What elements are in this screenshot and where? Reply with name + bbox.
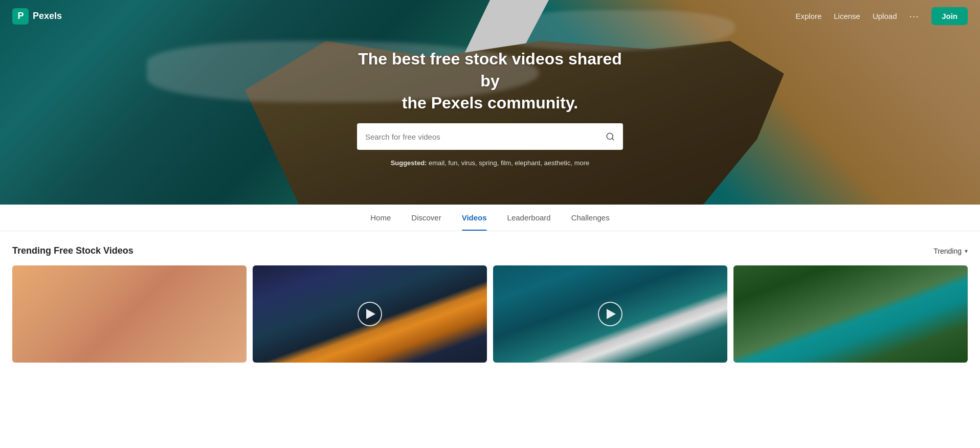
play-button[interactable] bbox=[358, 302, 382, 326]
tabs-bar: Home Discover Videos Leaderboard Challen… bbox=[0, 205, 980, 231]
logo-icon: P bbox=[12, 8, 29, 25]
trending-sort-button[interactable]: Trending ▾ bbox=[933, 247, 968, 255]
logo-link[interactable]: P Pexels bbox=[12, 8, 62, 25]
svg-line-1 bbox=[612, 139, 613, 140]
tab-videos[interactable]: Videos bbox=[462, 205, 487, 230]
suggested-terms[interactable]: email, fun, virus, spring, film, elephan… bbox=[429, 159, 589, 167]
search-input[interactable] bbox=[365, 132, 600, 141]
brand-name: Pexels bbox=[33, 11, 62, 21]
tab-discover[interactable]: Discover bbox=[411, 205, 441, 230]
upload-link[interactable]: Upload bbox=[873, 12, 897, 20]
hero-content: The best free stock videos shared by the… bbox=[0, 48, 980, 167]
explore-link[interactable]: Explore bbox=[795, 12, 821, 20]
video-card[interactable] bbox=[12, 265, 247, 363]
search-icon bbox=[606, 132, 615, 141]
play-button-overlay bbox=[493, 265, 727, 363]
suggested-label: Suggested: bbox=[391, 159, 427, 167]
license-link[interactable]: License bbox=[834, 12, 860, 20]
play-button-overlay bbox=[253, 265, 487, 363]
top-navigation: P Pexels Explore License Upload ··· Join bbox=[0, 0, 980, 32]
hero-title: The best free stock videos shared by the… bbox=[357, 48, 623, 115]
tab-challenges[interactable]: Challenges bbox=[571, 205, 610, 230]
video-card[interactable] bbox=[253, 265, 487, 363]
play-icon bbox=[607, 309, 616, 319]
play-button[interactable] bbox=[598, 302, 622, 326]
trending-header: Trending Free Stock Videos Trending ▾ bbox=[12, 245, 968, 256]
search-button[interactable] bbox=[606, 132, 615, 141]
trending-title: Trending Free Stock Videos bbox=[12, 245, 133, 256]
nav-links: Explore License Upload ··· Join bbox=[795, 7, 968, 25]
search-bar bbox=[357, 123, 623, 150]
more-menu-button[interactable]: ··· bbox=[909, 10, 919, 22]
suggested-row: Suggested: email, fun, virus, spring, fi… bbox=[391, 159, 590, 167]
tab-leaderboard[interactable]: Leaderboard bbox=[507, 205, 551, 230]
video-grid bbox=[12, 265, 968, 363]
chevron-down-icon: ▾ bbox=[965, 248, 968, 255]
video-card[interactable] bbox=[493, 265, 727, 363]
video-card[interactable] bbox=[733, 265, 968, 363]
join-button[interactable]: Join bbox=[931, 7, 968, 25]
tab-home[interactable]: Home bbox=[370, 205, 391, 230]
trending-section: Trending Free Stock Videos Trending ▾ bbox=[0, 231, 980, 363]
play-icon bbox=[366, 309, 375, 319]
